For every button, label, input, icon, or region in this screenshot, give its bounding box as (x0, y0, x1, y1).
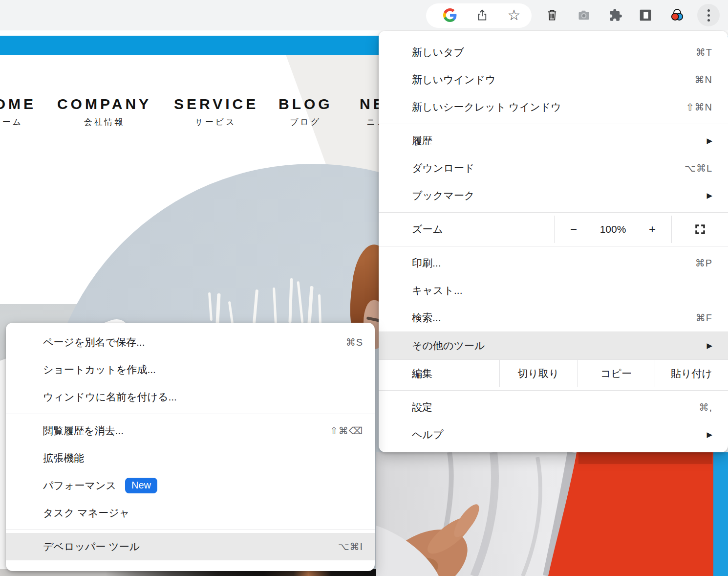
menu-item-save-page-as[interactable]: ページを別名で保存... ⌘S (6, 329, 375, 356)
photo-blue-stripe (713, 452, 728, 576)
submenu-arrow-icon: ▶ (707, 136, 712, 145)
copy-button[interactable]: コピー (577, 360, 655, 387)
share-icon[interactable] (475, 8, 490, 22)
menu-item-label: 新しいタブ (412, 45, 464, 59)
shortcut-label: ⇧⌘N (686, 101, 712, 113)
more-tools-submenu: ページを別名で保存... ⌘S ショートカットを作成... ウィンドウに名前を付… (6, 323, 375, 571)
menu-item-label: ブックマーク (412, 189, 474, 202)
shortcut-label: ⌘T (696, 46, 712, 58)
site-navigation: HOME ホーム COMPANY 会社情報 SERVICE サービス BLOG … (0, 96, 440, 155)
cut-button[interactable]: 切り取り (499, 360, 577, 387)
menu-item-new-tab[interactable]: 新しいタブ ⌘T (379, 39, 728, 66)
menu-item-name-window[interactable]: ウィンドウに名前を付ける... (6, 383, 375, 411)
dot (707, 19, 710, 22)
shortcut-label: ⇧⌘⌫ (330, 425, 363, 437)
menu-item-task-manager[interactable]: タスク マネージャ (6, 499, 375, 527)
fullscreen-icon (694, 223, 707, 236)
menu-item-help[interactable]: ヘルプ ▶ (379, 421, 728, 448)
shortcut-label: ⌘, (699, 401, 712, 413)
nav-item-blog[interactable]: BLOG ブログ (278, 96, 332, 128)
shortcut-label: ⌘F (696, 312, 712, 324)
menu-item-more-tools[interactable]: その他のツール ▶ (379, 332, 728, 359)
shortcut-label: ⌥⌘I (338, 541, 363, 553)
menu-item-label: ダウンロード (412, 161, 474, 175)
shortcut-label: ⌘P (695, 257, 712, 269)
menu-item-bookmarks[interactable]: ブックマーク ▶ (379, 182, 728, 209)
menu-item-label: ショートカットを作成... (43, 363, 156, 377)
menu-item-settings[interactable]: 設定 ⌘, (379, 394, 728, 421)
nav-label-en: SERVICE (174, 96, 257, 112)
menu-item-clear-browsing-data[interactable]: 閲覧履歴を消去... ⇧⌘⌫ (6, 417, 375, 444)
submenu-arrow-icon: ▶ (707, 341, 712, 350)
new-badge: New (125, 478, 157, 493)
menu-item-history[interactable]: 履歴 ▶ (379, 127, 728, 155)
nav-label-ja: サービス (174, 116, 257, 128)
menu-item-label: パフォーマンス (43, 479, 116, 492)
menu-item-label: 印刷... (412, 256, 441, 270)
screen: HOME ホーム COMPANY 会社情報 SERVICE サービス BLOG … (0, 0, 728, 576)
browser-toolbar: ☆ (0, 0, 728, 30)
nav-label-en: BLOG (278, 96, 332, 112)
menu-item-performance[interactable]: パフォーマンス New (6, 472, 375, 499)
nav-label-ja: ホーム (0, 116, 34, 128)
google-logo-icon[interactable] (443, 8, 457, 22)
menu-item-label: ヘルプ (412, 428, 443, 442)
menu-item-print[interactable]: 印刷... ⌘P (379, 249, 728, 277)
zoom-value: 100% (600, 223, 626, 235)
zoom-out-button[interactable]: − (570, 222, 577, 236)
menu-item-new-window[interactable]: 新しいウインドウ ⌘N (379, 66, 728, 93)
menu-item-label: ウィンドウに名前を付ける... (43, 390, 177, 404)
menu-item-label: 新しいウインドウ (412, 73, 495, 87)
camera-icon[interactable] (577, 8, 591, 22)
color-circles-icon[interactable] (670, 8, 685, 22)
menu-item-extensions[interactable]: 拡張機能 (6, 444, 375, 472)
submenu-arrow-icon: ▶ (707, 191, 712, 200)
browser-menu-button[interactable] (697, 4, 720, 26)
menu-item-find[interactable]: 検索... ⌘F (379, 304, 728, 332)
menu-item-label: その他のツール (412, 339, 485, 353)
nav-item-service[interactable]: SERVICE サービス (174, 96, 257, 128)
edit-label: 編集 (379, 360, 499, 387)
bookmark-star-icon[interactable]: ☆ (507, 8, 521, 22)
shortcut-label: ⌥⌘L (685, 162, 712, 174)
menu-item-cast[interactable]: キャスト... (379, 277, 728, 304)
menu-item-label: 検索... (412, 311, 441, 325)
menu-item-label: 新しいシークレット ウインドウ (412, 100, 561, 114)
submenu-arrow-icon: ▶ (707, 430, 712, 439)
chrome-menu: 新しいタブ ⌘T 新しいウインドウ ⌘N 新しいシークレット ウインドウ ⇧⌘N… (379, 31, 728, 452)
nav-label-en: HOME (0, 96, 34, 112)
menu-item-label: キャスト... (412, 284, 462, 297)
menu-separator (379, 246, 728, 246)
menu-item-new-incognito-window[interactable]: 新しいシークレット ウインドウ ⇧⌘N (379, 93, 728, 121)
zoom-controls: − 100% + (554, 216, 672, 243)
shortcut-label: ⌘N (695, 74, 712, 86)
nav-item-home[interactable]: HOME ホーム (0, 96, 34, 128)
dot (707, 14, 710, 17)
menu-item-developer-tools[interactable]: デベロッパー ツール ⌥⌘I (6, 533, 375, 560)
zoom-in-button[interactable]: + (649, 222, 656, 236)
menu-item-create-shortcut[interactable]: ショートカットを作成... (6, 356, 375, 383)
menu-item-label: 閲覧履歴を消去... (43, 424, 124, 438)
fullscreen-button[interactable] (672, 216, 728, 243)
star-glyph: ☆ (508, 8, 521, 22)
menu-item-label: 履歴 (412, 134, 432, 148)
extensions-puzzle-icon[interactable] (608, 8, 623, 22)
nav-item-company[interactable]: COMPANY 会社情報 (57, 96, 152, 128)
shortcut-label: ⌘S (346, 336, 363, 348)
menu-item-downloads[interactable]: ダウンロード ⌥⌘L (379, 155, 728, 182)
trash-icon[interactable] (545, 8, 559, 22)
nav-label-ja: ブログ (278, 116, 332, 128)
menu-separator (6, 530, 375, 530)
nav-label-en: COMPANY (57, 96, 152, 112)
photo-red-background (548, 452, 713, 576)
side-panel-icon[interactable] (638, 8, 653, 22)
menu-separator (379, 124, 728, 124)
menu-item-label: タスク マネージャ (43, 506, 129, 520)
menu-separator (379, 390, 728, 391)
paste-button[interactable]: 貼り付け (655, 360, 728, 387)
menu-item-label: ページを別名で保存... (43, 335, 145, 349)
hero-photo (376, 452, 728, 576)
menu-item-label: デベロッパー ツール (43, 540, 140, 554)
menu-item-label: 設定 (412, 400, 432, 414)
menu-separator (6, 414, 375, 414)
